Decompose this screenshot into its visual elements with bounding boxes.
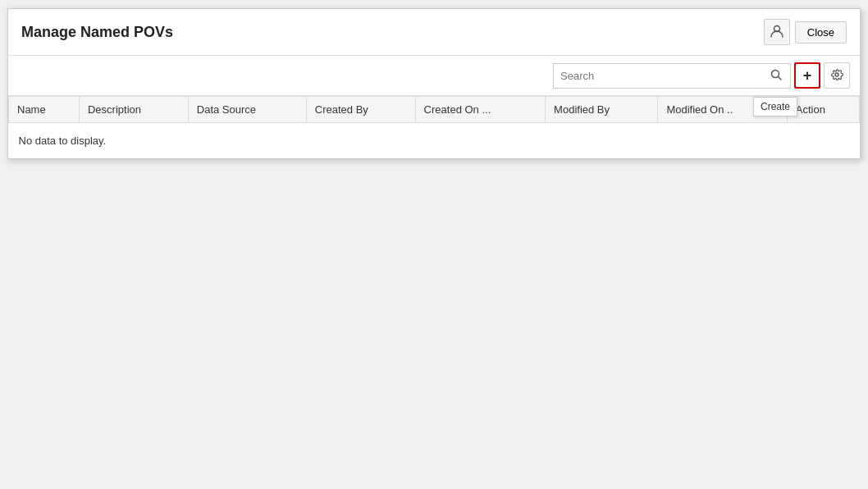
table-container: Name Description Data Source Created By … <box>8 95 860 158</box>
manage-named-povs-dialog: Manage Named POVs Close <box>7 8 861 159</box>
data-table: Name Description Data Source Created By … <box>8 96 860 158</box>
close-button[interactable]: Close <box>795 21 847 43</box>
header-actions: Close <box>764 19 847 45</box>
search-box <box>553 63 791 89</box>
no-data-row: No data to display. <box>9 123 860 159</box>
create-button-wrapper: + Create <box>794 62 820 89</box>
gear-icon <box>830 68 843 84</box>
plus-icon: + <box>803 68 812 83</box>
toolbar: + Create <box>8 56 860 95</box>
create-button[interactable]: + <box>794 62 820 89</box>
col-name: Name <box>9 97 80 123</box>
table-body: No data to display. <box>9 123 860 159</box>
dialog-title: Manage Named POVs <box>21 24 173 41</box>
col-data-source: Data Source <box>188 97 306 123</box>
search-input[interactable] <box>560 70 769 82</box>
col-description: Description <box>79 97 188 123</box>
settings-button[interactable] <box>824 62 850 89</box>
col-action: Action <box>787 97 859 123</box>
col-created-by: Created By <box>306 97 415 123</box>
create-tooltip: Create <box>753 97 797 117</box>
col-modified-by: Modified By <box>546 97 658 123</box>
table-header: Name Description Data Source Created By … <box>9 97 860 123</box>
no-data-message: No data to display. <box>9 123 860 159</box>
person-icon <box>770 24 784 41</box>
svg-line-2 <box>779 76 782 80</box>
dialog-header: Manage Named POVs Close <box>8 9 860 56</box>
search-button[interactable] <box>769 67 783 85</box>
col-created-on: Created On ... <box>415 97 545 123</box>
person-icon-button[interactable] <box>764 19 790 45</box>
